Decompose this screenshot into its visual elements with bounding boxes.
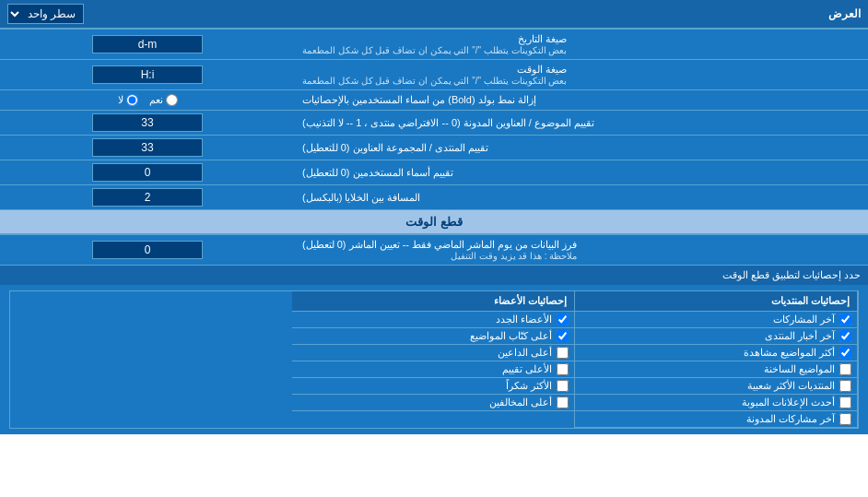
radio-no[interactable]	[126, 94, 138, 106]
forum-group-row: تقييم المنتدى / المجموعة العناوين (0 للت…	[0, 136, 868, 160]
bold-remove-radio-cell: نعم لا	[0, 90, 295, 110]
checkbox-last-posts[interactable]	[839, 314, 851, 325]
stats-item-1: آخر المشاركات	[575, 312, 857, 328]
date-format-row: صيغة التاريخ بعض التكوينات يتطلب "/" الت…	[0, 30, 868, 60]
realtime-input[interactable]	[92, 241, 203, 259]
stats-item-6: أحدث الإعلانات المبوبة	[575, 395, 857, 411]
label-top-inviters: أعلى الداعين	[498, 347, 552, 359]
checkbox-top-rated[interactable]	[557, 363, 569, 375]
stats-item-3: أكثر المواضيع مشاهدة	[575, 345, 857, 361]
label-popular-forums: المنتديات الأكثر شعبية	[747, 380, 835, 392]
time-format-label: صيغة الوقت بعض التكوينات يتطلب "/" التي …	[295, 60, 868, 89]
cell-distance-row: المسافة بين الخلايا (بالبكسل)	[0, 185, 868, 210]
time-format-row: صيغة الوقت بعض التكوينات يتطلب "/" التي …	[0, 60, 868, 90]
checkbox-blog-posts[interactable]	[839, 413, 851, 425]
members-stats-col: إحصائيات الأعضاء الأعضاء الجدد أعلى كتّا…	[292, 291, 575, 428]
realtime-label: فرز البيانات من يوم الماشر الماضي فقط --…	[295, 235, 868, 265]
stats-item-2: آخر أخبار المنتدى	[575, 328, 857, 345]
checkbox-most-thanks[interactable]	[557, 380, 569, 392]
realtime-section-header: قطع الوقت	[0, 210, 868, 235]
stats-item-m2: أعلى كتّاب المواضيع	[292, 328, 574, 345]
stats-item-m6: أعلى المخالفين	[292, 395, 574, 411]
stats-item-m4: الأعلى تقييم	[292, 361, 574, 378]
users-names-label: تقييم أسماء المستخدمين (0 للتعطيل)	[295, 160, 868, 184]
top-header-label: العرض	[828, 7, 861, 20]
bold-remove-label: إزالة نمط بولد (Bold) من اسماء المستخدمي…	[295, 90, 868, 110]
label-top-rated: الأعلى تقييم	[502, 363, 552, 375]
checkbox-new-members[interactable]	[557, 314, 569, 325]
cell-distance-input[interactable]	[92, 188, 203, 207]
radio-yes-label[interactable]: نعم	[149, 94, 178, 106]
date-format-label: صيغة التاريخ بعض التكوينات يتطلب "/" الت…	[295, 30, 868, 59]
date-format-input-cell	[0, 30, 295, 59]
forum-topic-input-cell	[0, 111, 295, 135]
top-header-row: العرض سطر واحد سطرين ثلاثة أسطر	[0, 0, 868, 30]
label-forum-news: آخر أخبار المنتدى	[765, 330, 835, 342]
label-blog-posts: آخر مشاركات المدونة	[746, 413, 835, 425]
label-most-thanks: الأكثر شكراً	[506, 380, 552, 392]
forum-topic-input[interactable]	[92, 113, 203, 132]
label-top-violators: أعلى المخالفين	[489, 396, 552, 408]
stats-item-m3: أعلى الداعين	[292, 345, 574, 361]
checkbox-popular-forums[interactable]	[839, 380, 851, 392]
forums-stats-col: إحصائيات المنتديات آخر المشاركات آخر أخب…	[575, 291, 858, 428]
forum-topic-row: تقييم الموضوع / العناوين المدونة (0 -- ا…	[0, 111, 868, 136]
cell-distance-input-cell	[0, 185, 295, 209]
forum-group-input[interactable]	[92, 138, 203, 157]
stats-item-4: المواضيع الساخنة	[575, 361, 857, 378]
time-format-input-cell	[0, 60, 295, 89]
checkbox-top-writers[interactable]	[557, 330, 569, 342]
bold-remove-row: إزالة نمط بولد (Bold) من اسماء المستخدمي…	[0, 90, 868, 111]
apply-label: حدد إحصائيات لتطبيق قطع الوقت	[722, 269, 861, 281]
stats-item-m1: الأعضاء الجدد	[292, 312, 574, 328]
checkbox-top-inviters[interactable]	[557, 347, 569, 359]
label-last-posts: آخر المشاركات	[773, 314, 835, 325]
checkbox-hot-topics[interactable]	[839, 363, 851, 375]
apply-row: حدد إحصائيات لتطبيق قطع الوقت	[0, 266, 868, 285]
radio-yes[interactable]	[166, 94, 178, 106]
cell-distance-label: المسافة بين الخلايا (بالبكسل)	[295, 185, 868, 209]
realtime-input-cell	[0, 235, 295, 265]
members-stats-header: إحصائيات الأعضاء	[292, 291, 574, 312]
checkbox-latest-classifieds[interactable]	[839, 396, 851, 408]
forum-group-input-cell	[0, 136, 295, 160]
users-names-input-cell	[0, 160, 295, 184]
checkbox-top-violators[interactable]	[557, 396, 569, 408]
empty-right-col	[10, 291, 292, 428]
checkbox-most-viewed[interactable]	[839, 347, 851, 359]
time-format-input[interactable]	[92, 65, 203, 84]
stats-item-5: المنتديات الأكثر شعبية	[575, 378, 857, 395]
forums-stats-header: إحصائيات المنتديات	[575, 291, 857, 312]
stats-section: إحصائيات المنتديات آخر المشاركات آخر أخب…	[0, 285, 868, 434]
stats-item-m5: الأكثر شكراً	[292, 378, 574, 395]
display-select[interactable]: سطر واحد سطرين ثلاثة أسطر	[7, 4, 84, 24]
label-latest-classifieds: أحدث الإعلانات المبوبة	[742, 396, 835, 408]
users-names-input[interactable]	[92, 163, 203, 182]
realtime-row: فرز البيانات من يوم الماشر الماضي فقط --…	[0, 235, 868, 266]
checkbox-forum-news[interactable]	[839, 330, 851, 342]
label-top-writers: أعلى كتّاب المواضيع	[470, 330, 552, 342]
stats-item-7: آخر مشاركات المدونة	[575, 411, 857, 428]
users-names-row: تقييم أسماء المستخدمين (0 للتعطيل)	[0, 160, 868, 185]
label-hot-topics: المواضيع الساخنة	[764, 363, 835, 375]
label-most-viewed: أكثر المواضيع مشاهدة	[744, 347, 835, 359]
radio-no-label[interactable]: لا	[118, 94, 138, 106]
label-new-members: الأعضاء الجدد	[496, 314, 552, 325]
forum-topic-label: تقييم الموضوع / العناوين المدونة (0 -- ا…	[295, 111, 868, 135]
date-format-input[interactable]	[92, 35, 203, 53]
forum-group-label: تقييم المنتدى / المجموعة العناوين (0 للت…	[295, 136, 868, 160]
